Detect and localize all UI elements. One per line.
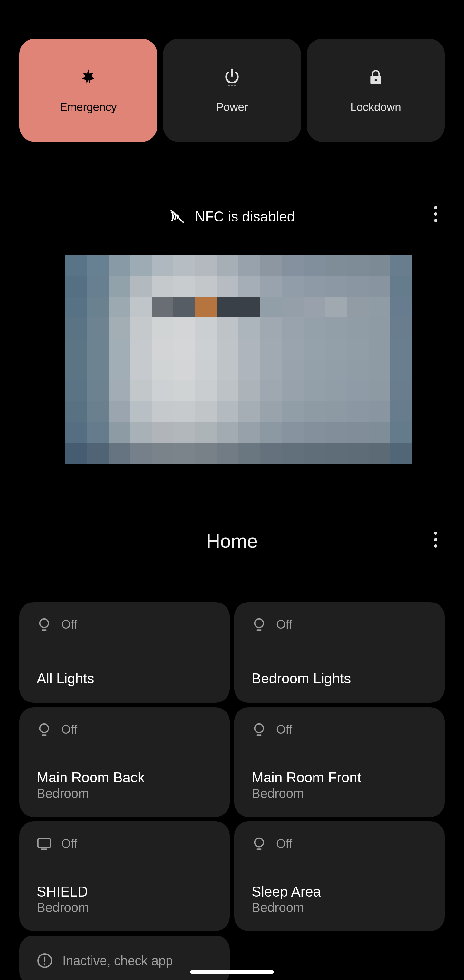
nfc-status-row: NFC is disabled <box>0 206 464 227</box>
device-name: Sleep Area <box>252 884 427 900</box>
home-header: Home <box>0 528 464 554</box>
lightbulb-icon <box>37 722 52 737</box>
tv-icon <box>37 836 52 851</box>
svg-point-5 <box>40 619 49 628</box>
power-button[interactable]: Power <box>163 39 301 142</box>
device-card-sleep-area[interactable]: Off Sleep Area Bedroom <box>234 821 445 931</box>
lightbulb-icon <box>37 617 52 632</box>
device-name: Main Room Back <box>37 770 212 786</box>
svg-point-19 <box>44 963 45 964</box>
svg-point-2 <box>234 85 235 86</box>
svg-rect-13 <box>38 839 50 848</box>
nfc-overflow-menu[interactable] <box>427 205 445 223</box>
lightbulb-icon <box>252 836 267 851</box>
lightbulb-icon <box>252 722 267 737</box>
nav-bar-handle[interactable] <box>190 970 274 974</box>
wallet-preview-card[interactable] <box>45 236 419 480</box>
device-status: Off <box>276 837 292 851</box>
device-room: Bedroom <box>252 786 427 801</box>
device-room: Bedroom <box>252 900 427 915</box>
svg-point-0 <box>229 85 230 86</box>
power-icon <box>222 67 242 88</box>
svg-point-15 <box>255 838 264 847</box>
power-label: Power <box>216 100 248 113</box>
device-name: Main Room Front <box>252 770 427 786</box>
lockdown-button[interactable]: Lockdown <box>307 39 445 142</box>
device-room: Bedroom <box>37 900 212 915</box>
alert-circle-icon <box>37 953 53 969</box>
wallet-preview-image <box>65 255 412 464</box>
device-status: Off <box>61 837 77 851</box>
svg-point-3 <box>375 79 377 81</box>
home-overflow-menu[interactable] <box>427 531 445 549</box>
nfc-status: NFC is disabled <box>169 208 295 225</box>
emergency-label: Emergency <box>60 100 117 113</box>
device-card-shield[interactable]: Off SHIELD Bedroom <box>19 821 230 931</box>
emergency-button[interactable]: Emergency <box>19 39 157 142</box>
device-card-main-room-front[interactable]: Off Main Room Front Bedroom <box>234 707 445 817</box>
home-title[interactable]: Home <box>206 530 258 552</box>
nfc-disabled-icon <box>169 208 186 225</box>
svg-point-9 <box>40 724 49 733</box>
lockdown-label: Lockdown <box>350 100 401 113</box>
device-card-all-lights[interactable]: Off All Lights <box>19 602 230 703</box>
inactive-text: Inactive, check app <box>62 954 173 968</box>
power-menu-row: Emergency Power Lockdown <box>0 0 464 142</box>
device-status: Off <box>61 723 77 737</box>
svg-point-11 <box>255 724 264 733</box>
more-vert-icon <box>434 206 437 222</box>
device-status: Off <box>61 618 77 632</box>
device-name: All Lights <box>37 671 212 687</box>
lightbulb-icon <box>252 617 267 632</box>
device-grid: Off All Lights Off Bedroom Lights <box>0 554 464 980</box>
device-name: SHIELD <box>37 884 212 900</box>
lock-icon <box>365 67 386 88</box>
device-card-bedroom-lights[interactable]: Off Bedroom Lights <box>234 602 445 703</box>
device-name: Bedroom Lights <box>252 671 427 687</box>
device-room: Bedroom <box>37 786 212 801</box>
medical-asterisk-icon <box>78 67 99 88</box>
svg-point-1 <box>231 85 233 86</box>
more-vert-icon <box>434 531 437 548</box>
nfc-status-text: NFC is disabled <box>195 208 295 225</box>
device-status: Off <box>276 618 292 632</box>
svg-point-7 <box>255 619 264 628</box>
device-status: Off <box>276 723 292 737</box>
device-card-main-room-back[interactable]: Off Main Room Back Bedroom <box>19 707 230 817</box>
